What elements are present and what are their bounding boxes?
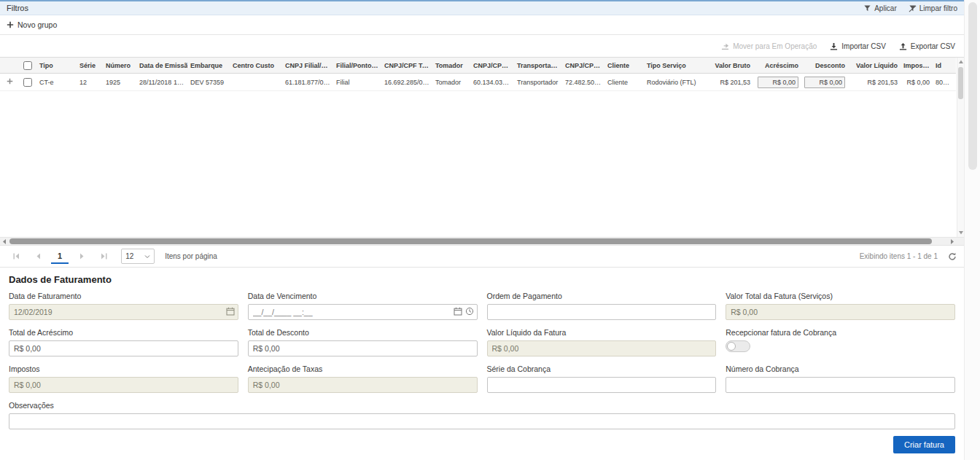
cell-serie: 12 <box>77 74 103 91</box>
ordem-pagamento-input[interactable] <box>487 304 717 320</box>
recepcionar-field: Recepcionar fatura de Cobrança <box>726 328 955 356</box>
cell-desconto <box>801 74 848 91</box>
move-to-operation-button[interactable]: Mover para Em Operação <box>721 42 817 50</box>
apply-filter-label: Aplicar <box>874 4 897 12</box>
last-page-button[interactable] <box>95 248 112 265</box>
col-id[interactable]: Id <box>933 58 956 74</box>
total-desconto-input[interactable] <box>248 340 478 356</box>
page-number-1[interactable]: 1 <box>51 249 69 264</box>
pager-info: Exibindo itens 1 - 1 de 1 <box>860 252 957 261</box>
col-cnpj-filial[interactable]: CNPJ Filial/Ponto de ... <box>282 58 333 74</box>
desconto-input[interactable] <box>804 77 845 88</box>
col-cnpj-transp[interactable]: CNPJ/CPF Transp... <box>470 58 514 74</box>
scroll-up-icon[interactable] <box>958 59 964 65</box>
grid-vertical-scrollbar[interactable] <box>957 58 964 237</box>
col-numero[interactable]: Número <box>103 58 136 74</box>
data-vencimento-field: Data de Vencimento <box>248 292 478 320</box>
export-csv-button[interactable]: Exportar CSV <box>899 42 955 50</box>
col-embarque[interactable]: Embarque <box>187 58 230 74</box>
col-cnpj-cliente[interactable]: CNPJ/CPF Cliente <box>562 58 604 74</box>
page-scrollbar[interactable] <box>964 0 980 460</box>
scrollbar-thumb[interactable] <box>958 67 963 99</box>
col-transportador[interactable]: Transportador <box>514 58 562 74</box>
page-size-value: 12 <box>125 252 133 260</box>
cell-tomador: Tomador <box>432 74 470 91</box>
cell-id: 80313 <box>933 74 956 91</box>
cell-cnpj-filial: 61.181.877/0001-10 <box>282 74 333 91</box>
pager: 1 12 Itens por página Exibindo itens 1 -… <box>0 245 964 268</box>
row-checkbox[interactable] <box>23 78 32 87</box>
cell-centro-custo <box>230 74 282 91</box>
col-tipo-servico[interactable]: Tipo Serviço <box>644 58 699 74</box>
cell-data-emissao: 28/11/2018 17:40 <box>136 74 187 91</box>
scroll-down-icon[interactable] <box>958 230 964 235</box>
prev-page-button[interactable] <box>29 248 47 265</box>
page-scrollbar-thumb[interactable] <box>968 2 977 170</box>
col-tipo[interactable]: Tipo <box>36 58 77 74</box>
grid-horizontal-scrollbar[interactable] <box>0 237 964 245</box>
scroll-right-icon[interactable] <box>949 238 955 245</box>
recepcionar-toggle[interactable] <box>726 340 750 352</box>
filter-icon <box>863 4 871 12</box>
col-select <box>19 58 36 74</box>
col-data-emissao-label: Data de Emissão <box>139 62 187 69</box>
group-bar: Novo grupo <box>0 15 964 35</box>
billing-actions: Criar fatura <box>9 436 955 460</box>
clock-icon[interactable] <box>465 307 474 316</box>
select-all-checkbox[interactable] <box>23 61 32 70</box>
total-acrescimo-input[interactable] <box>9 340 238 356</box>
col-centro-custo[interactable]: Centro Custo <box>230 58 282 74</box>
numero-cobranca-input[interactable] <box>726 377 955 393</box>
billing-title: Dados de Faturamento <box>9 274 955 285</box>
col-impostos[interactable]: Impostos <box>901 58 933 74</box>
refresh-button[interactable] <box>948 252 957 261</box>
new-group-button[interactable]: Novo grupo <box>7 20 57 29</box>
valor-total-label: Valor Total da Fatura (Serviços) <box>726 292 955 300</box>
col-acrescimo[interactable]: Acréscimo <box>753 58 801 74</box>
acrescimo-input[interactable] <box>758 77 798 88</box>
observacoes-input[interactable] <box>9 413 955 429</box>
col-filial[interactable]: Filial/Ponto de O... <box>333 58 381 74</box>
col-cnpj-tomador[interactable]: CNPJ/CPF Tomador <box>381 58 432 74</box>
page-size-select[interactable]: 12 <box>121 249 155 264</box>
total-desconto-field: Total de Desconto <box>248 328 478 356</box>
col-desconto[interactable]: Desconto <box>801 58 848 74</box>
numero-cobranca-label: Número da Cobrança <box>726 365 955 373</box>
col-valor-bruto[interactable]: Valor Bruto <box>699 58 753 74</box>
data-faturamento-input <box>9 304 238 320</box>
valor-liquido-fatura-field: Valor Líquido da Fatura <box>487 328 717 356</box>
col-tomador[interactable]: Tomador <box>432 58 470 74</box>
data-vencimento-input[interactable] <box>248 304 478 320</box>
main-page: Filtros Aplicar Limpar filtro Novo grupo… <box>0 0 964 460</box>
apply-filter-button[interactable]: Aplicar <box>863 4 897 12</box>
valor-liquido-fatura-label: Valor Líquido da Fatura <box>487 328 717 337</box>
serie-cobranca-field: Série da Cobrança <box>487 365 717 393</box>
new-group-label: Novo grupo <box>18 20 57 29</box>
next-page-button[interactable] <box>73 248 90 265</box>
col-expand <box>0 58 19 74</box>
clear-filter-button[interactable]: Limpar filtro <box>909 4 957 12</box>
col-serie[interactable]: Série <box>77 58 103 74</box>
refresh-icon <box>948 252 957 261</box>
import-csv-button[interactable]: Importar CSV <box>830 42 886 50</box>
col-cliente[interactable]: Cliente <box>604 58 644 74</box>
create-invoice-button[interactable]: Criar fatura <box>893 436 955 453</box>
hscroll-thumb[interactable] <box>9 238 932 244</box>
serie-cobranca-input[interactable] <box>487 377 717 393</box>
expand-row-button[interactable] <box>7 78 13 85</box>
valor-total-input <box>726 304 955 320</box>
data-faturamento-label: Data de Faturamento <box>9 292 238 300</box>
table-row[interactable]: CT-e 12 1925 28/11/2018 17:40 DEV 57359 … <box>0 74 956 91</box>
serie-cobranca-label: Série da Cobrança <box>487 365 717 373</box>
move-icon <box>721 42 729 50</box>
first-page-button[interactable] <box>7 248 25 265</box>
valor-total-field: Valor Total da Fatura (Serviços) <box>726 292 955 320</box>
calendar-icon[interactable] <box>454 307 462 316</box>
billing-form: Data de Faturamento Data de Vencimento <box>9 292 955 429</box>
col-valor-liquido[interactable]: Valor Líquido <box>848 58 901 74</box>
col-data-emissao[interactable]: Data de Emissão <box>136 58 187 74</box>
cell-acrescimo <box>753 74 801 91</box>
cell-cliente: Cliente <box>604 74 644 91</box>
scroll-left-icon[interactable] <box>1 238 8 245</box>
observacoes-label: Observações <box>9 401 955 410</box>
